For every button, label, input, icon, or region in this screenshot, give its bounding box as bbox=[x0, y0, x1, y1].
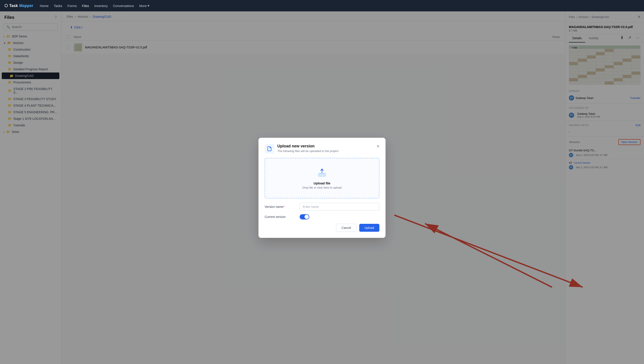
svg-rect-1 bbox=[318, 174, 326, 174]
modal-file-icon bbox=[264, 144, 274, 154]
app-logo[interactable]: ⬡ TaskMapper bbox=[4, 3, 33, 8]
cancel-button[interactable]: Cancel bbox=[336, 224, 356, 232]
upload-dropzone[interactable]: Upload file Drop file or click here to u… bbox=[264, 158, 380, 198]
modal-title: Upload new version bbox=[277, 144, 374, 148]
nav-more[interactable]: More ▾ bbox=[139, 4, 150, 8]
modal-footer: Cancel Upload bbox=[264, 224, 380, 232]
modal-subtitle: The following files will be uploaded to … bbox=[277, 149, 374, 153]
upload-submit-button[interactable]: Upload bbox=[359, 224, 380, 232]
modal-close-button[interactable]: × bbox=[376, 144, 380, 149]
version-name-input[interactable] bbox=[300, 203, 380, 211]
nav-links: Home Tasks Forms Files Inventory Convers… bbox=[40, 4, 150, 8]
current-version-label: Current version bbox=[264, 215, 300, 218]
version-name-row: Version name* bbox=[264, 203, 380, 211]
top-navigation: ⬡ TaskMapper Home Tasks Forms Files Inve… bbox=[0, 0, 644, 12]
nav-files[interactable]: Files bbox=[82, 4, 89, 8]
logo-task: Task bbox=[9, 4, 18, 8]
modal-overlay: Upload new version The following files w… bbox=[0, 12, 644, 364]
more-label: More bbox=[139, 4, 147, 8]
current-version-row: Current version bbox=[264, 214, 380, 220]
logo-icon: ⬡ bbox=[4, 3, 8, 8]
required-star: * bbox=[284, 205, 284, 208]
current-version-toggle[interactable] bbox=[300, 214, 309, 220]
nav-conversations[interactable]: Conversations bbox=[113, 4, 134, 8]
nav-tasks[interactable]: Tasks bbox=[54, 4, 62, 8]
nav-forms[interactable]: Forms bbox=[68, 4, 77, 8]
upload-modal: Upload new version The following files w… bbox=[258, 138, 386, 238]
nav-home[interactable]: Home bbox=[40, 4, 49, 8]
modal-header: Upload new version The following files w… bbox=[264, 144, 380, 154]
chevron-down-icon: ▾ bbox=[148, 4, 150, 8]
logo-mapper: Mapper bbox=[19, 4, 33, 8]
dropzone-subtitle: Drop file or click here to upload bbox=[270, 186, 374, 189]
dropzone-title: Upload file bbox=[270, 181, 374, 185]
nav-inventory[interactable]: Inventory bbox=[94, 4, 108, 8]
upload-cloud-icon bbox=[270, 167, 374, 180]
version-name-label: Version name* bbox=[264, 205, 300, 208]
modal-title-group: Upload new version The following files w… bbox=[277, 144, 374, 153]
